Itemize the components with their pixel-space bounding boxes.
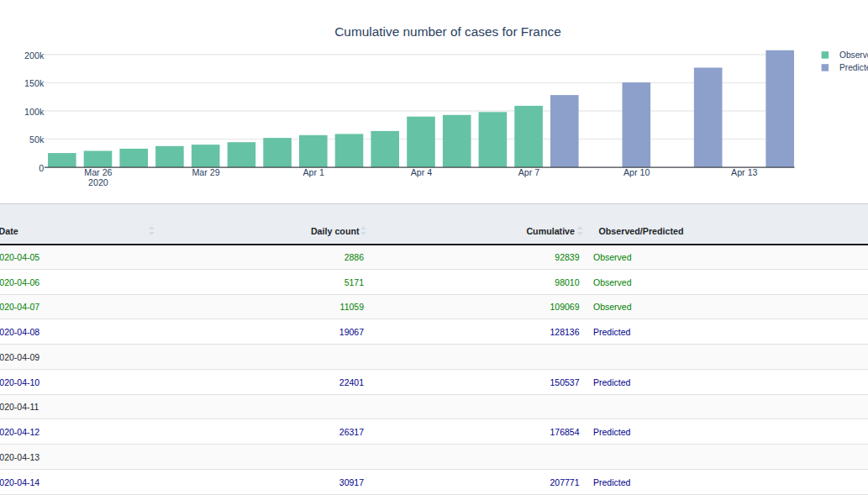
svg-text:100k: 100k	[24, 107, 45, 117]
svg-text:Mar 29: Mar 29	[192, 167, 219, 177]
svg-text:150k: 150k	[24, 78, 45, 88]
svg-text:Apr 7: Apr 7	[518, 167, 540, 177]
svg-text:2020: 2020	[88, 177, 108, 187]
svg-text:Predicted: Predicted	[839, 63, 868, 72]
svg-text:Apr 1: Apr 1	[302, 167, 324, 177]
svg-text:Apr 4: Apr 4	[411, 167, 433, 177]
svg-text:Observed: Observed	[839, 50, 868, 60]
svg-text:Mar 26: Mar 26	[84, 167, 112, 177]
svg-text:0: 0	[39, 163, 44, 173]
svg-text:50k: 50k	[29, 134, 45, 145]
svg-text:Cumulative number of cases for: Cumulative number of cases for France	[334, 25, 561, 39]
svg-text:Apr 13: Apr 13	[731, 167, 758, 177]
svg-text:200k: 200k	[24, 50, 45, 61]
svg-text:Apr 10: Apr 10	[623, 167, 650, 177]
